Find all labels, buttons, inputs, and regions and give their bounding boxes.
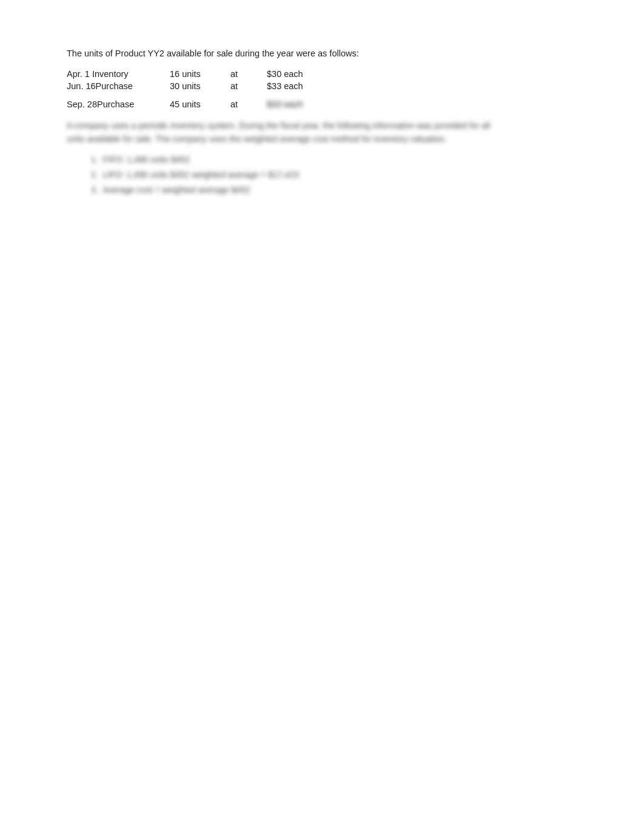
inventory-table: Apr. 1 Inventory 16 units at $30 each Ju…: [67, 69, 577, 109]
blurred-list: FIFO: 1,490 units $452 LIFO: 1,490 units…: [67, 152, 577, 198]
row1-at: at: [230, 69, 267, 79]
row2-units: 30 units: [170, 81, 230, 91]
table-row: Sep. 28Purchase 45 units at $33 each: [67, 93, 577, 109]
list-item: FIFO: 1,490 units $452: [91, 152, 577, 167]
list-item-text: FIFO: 1,490 units $452: [103, 155, 190, 164]
list-item: LIFO: 1,490 units $452 weighted average …: [91, 167, 577, 183]
row1-date: Apr. 1 Inventory: [67, 69, 170, 79]
row3-units: 45 units: [170, 99, 230, 109]
row1-units: 16 units: [170, 69, 230, 79]
row2-date: Jun. 16Purchase: [67, 81, 170, 91]
row3-price-blurred: $33 each: [267, 99, 340, 109]
blurred-content-section: A company uses a periodic inventory syst…: [67, 119, 577, 198]
intro-paragraph: The units of Product YY2 available for s…: [67, 49, 577, 58]
list-item: Average cost = weighted average $452: [91, 183, 577, 198]
list-item-text: LIFO: 1,490 units $452 weighted average …: [103, 170, 299, 179]
row3-at: at: [230, 99, 267, 109]
row1-price: $30 each: [267, 69, 340, 79]
blurred-paragraph: A company uses a periodic inventory syst…: [67, 119, 503, 146]
list-item-text: Average cost = weighted average $452: [103, 185, 250, 195]
table-row: Jun. 16Purchase 30 units at $33 each: [67, 81, 577, 91]
row2-at: at: [230, 81, 267, 91]
row3-date: Sep. 28Purchase: [67, 99, 170, 109]
row2-price: $33 each: [267, 81, 340, 91]
table-row: Apr. 1 Inventory 16 units at $30 each: [67, 69, 577, 79]
